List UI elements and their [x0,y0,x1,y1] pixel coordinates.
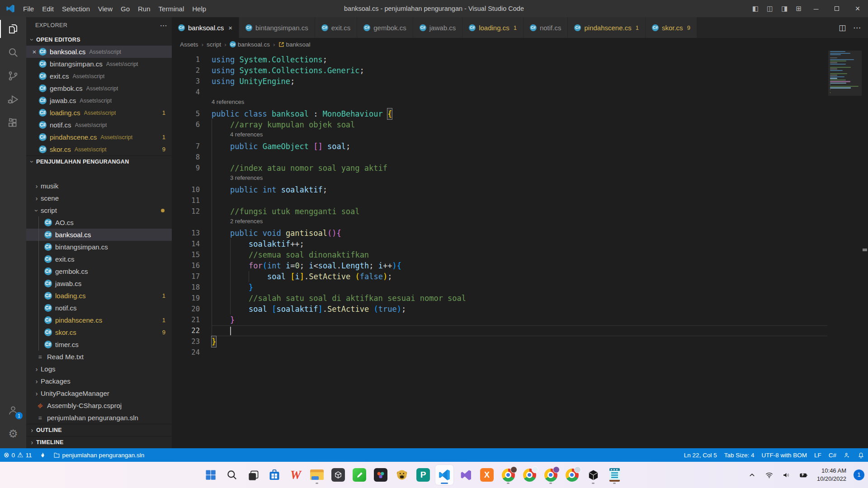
problems-indicator[interactable]: ⊗ 0 ⚠ 11 [0,448,36,462]
toggle-secondary-sidebar-icon[interactable]: ◨ [777,5,792,13]
run-debug-icon[interactable] [0,88,26,111]
language-mode[interactable]: C# [825,448,840,462]
open-editor-jawab.cs[interactable]: C#jawab.csAssets\script [26,94,172,107]
customize-layout-icon[interactable]: ⊞ [792,5,806,13]
tree-item-bintangsimpan.cs[interactable]: C#bintangsimpan.cs [26,241,172,253]
tree-item-ao.cs[interactable]: C#AO.cs [26,216,172,229]
code-line-16[interactable]: 16for(int i=0; i<soal.Length; i++){ [172,260,868,271]
tree-item-exit.cs[interactable]: C#exit.cs [26,253,172,265]
code-line-5[interactable]: 5public class banksoal : MonoBehaviour { [172,108,868,119]
tab-skor.cs[interactable]: C#skor.cs9 [646,17,697,38]
taskbar-file-explorer-icon[interactable] [308,465,326,485]
tree-item-penjumlahan-pengurangan.sln[interactable]: ≡penjumlahan pengurangan.sln [26,412,172,424]
wifi-icon[interactable] [762,466,777,484]
code-line-12[interactable]: 12//fungsi utuk mengganti soal [172,206,868,217]
menu-run[interactable]: Run [134,3,155,15]
tree-item-banksoal.cs[interactable]: C#banksoal.cs [26,229,172,241]
open-editors-header[interactable]: › OPEN EDITORS [26,33,172,46]
codelens-line[interactable]: 4 references [172,130,868,141]
taskbar-vscode-icon[interactable] [435,465,453,485]
code-line-24[interactable]: 24 [172,347,868,358]
encoding[interactable]: UTF-8 with BOM [758,448,811,462]
open-editor-notif.cs[interactable]: C#notif.csAssets\script [26,119,172,131]
maximize-button[interactable] [826,0,847,17]
explorer-icon[interactable] [0,17,26,41]
tree-item-notif.cs[interactable]: C#notif.cs [26,302,172,314]
breadcrumb-banksoal.cs[interactable]: C#banksoal.cs [230,41,270,48]
notification-count-badge[interactable]: 1 [854,469,864,480]
code-line-14[interactable]: 14soalaktif++; [172,239,868,249]
code-line-3[interactable]: 3using UnityEngine; [172,76,868,87]
menu-help[interactable]: Help [188,3,210,15]
code-line-13[interactable]: 13public void gantisoal(){ [172,228,868,239]
menu-view[interactable]: View [94,3,117,15]
references-link[interactable]: 4 references [212,97,244,108]
open-editor-bintangsimpan.cs[interactable]: C#bintangsimpan.csAssets\script [26,58,172,70]
codelens-line[interactable]: 4 references [172,98,868,108]
references-link[interactable]: 3 references [230,173,263,184]
references-link[interactable]: 4 references [230,129,263,141]
code-line-19[interactable]: 19//salah satu soal di aktifkan sesuai n… [172,293,868,304]
settings-gear-icon[interactable]: ⚙ [0,422,26,446]
toggle-panel-icon[interactable]: ◫ [763,5,777,13]
tab-notif.cs[interactable]: C#notif.cs [524,17,568,38]
menu-selection[interactable]: Selection [58,3,94,15]
scrollbar[interactable] [862,51,868,448]
tree-item-unitypackagemanager[interactable]: ›UnityPackageManager [26,387,172,399]
tree-item-jawab.cs[interactable]: C#jawab.cs [26,277,172,290]
code-line-7[interactable]: 7public GameObject [] soal; [172,141,868,152]
tree-item-assembly-csharp.csproj[interactable]: ≋Assembly-CSharp.csproj [26,399,172,412]
workspace-indicator[interactable]: penjumlahan pengurangan.sln [50,448,148,462]
taskbar-monkey-mascot-app-icon[interactable] [393,465,411,485]
code-line-15[interactable]: 15//semua soal dinonaktifkan [172,249,868,260]
open-editor-loading.cs[interactable]: C#loading.csAssets\script1 [26,107,172,119]
code-line-21[interactable]: 21} [172,314,868,325]
taskbar-chrome-profile-1-icon[interactable] [499,465,517,485]
indentation[interactable]: Tab Size: 4 [721,448,758,462]
code-line-8[interactable]: 8 [172,152,868,163]
code-line-4[interactable]: 4 [172,87,868,98]
explorer-more-actions-icon[interactable]: ⋯ [160,21,167,30]
tree-item-read-me.txt[interactable]: ≡Read Me.txt [26,351,172,363]
close-button[interactable]: × [847,0,868,17]
extensions-icon[interactable] [0,111,26,135]
breadcrumb-script[interactable]: script [207,41,221,48]
tree-item-skor.cs[interactable]: C#skor.cs9 [26,326,172,338]
project-section-header[interactable]: › PENJUMLAHAN PENGURANGAN [26,155,172,168]
code-line-6[interactable]: 6//array kumpulan objek soal [172,119,868,130]
outline-header[interactable]: › OUTLINE [26,424,172,436]
codelens-line[interactable]: 3 references [172,174,868,184]
feedback-icon[interactable] [840,448,854,462]
tree-item-timer.cs[interactable]: C#timer.cs [26,338,172,351]
tab-loading.cs[interactable]: C#loading.cs1 [462,17,524,38]
notifications-bell-icon[interactable] [854,448,868,462]
breadcrumb-assets[interactable]: Assets [180,41,198,48]
taskbar-notes-app-icon[interactable] [350,465,368,485]
open-editor-gembok.cs[interactable]: C#gembok.csAssets\script [26,82,172,94]
code-line-9[interactable]: 9//index atau nomor soal yang aktif [172,163,868,174]
code-line-1[interactable]: 1using System.Collections; [172,54,868,65]
code-line-11[interactable]: 11 [172,195,868,206]
editor-more-actions-icon[interactable]: ⋯ [853,23,861,33]
tab-pindahscene.cs[interactable]: C#pindahscene.cs1 [568,17,645,38]
taskbar-start-icon[interactable] [202,465,220,485]
tray-chevron-icon[interactable] [745,466,760,484]
taskbar-unity-hub-icon[interactable] [329,465,347,485]
code-line-22[interactable]: 22 [172,325,868,336]
tab-jawab.cs[interactable]: C#jawab.cs [413,17,462,38]
code-line-18[interactable]: 18} [172,282,868,293]
timeline-header[interactable]: › TIMELINE [26,436,172,448]
toggle-sidebar-icon[interactable]: ◧ [748,5,763,13]
open-editor-pindahscene.cs[interactable]: C#pindahscene.csAssets\script1 [26,131,172,143]
tab-gembok.cs[interactable]: C#gembok.cs [357,17,413,38]
menu-terminal[interactable]: Terminal [155,3,189,15]
code-line-2[interactable]: 2using System.Collections.Generic; [172,65,868,76]
taskbar-chrome-profile-3-icon[interactable] [542,465,560,485]
menu-file[interactable]: File [19,3,38,15]
code-editor[interactable]: 1using System.Collections;2using System.… [172,51,868,448]
tab-exit.cs[interactable]: C#exit.cs [315,17,358,38]
close-tab-icon[interactable]: × [228,24,232,32]
code-line-20[interactable]: 20soal [soalaktif].SetActive (true); [172,304,868,314]
tree-item-gembok.cs[interactable]: C#gembok.cs [26,265,172,277]
tree-item-pindahscene.cs[interactable]: C#pindahscene.cs1 [26,314,172,326]
